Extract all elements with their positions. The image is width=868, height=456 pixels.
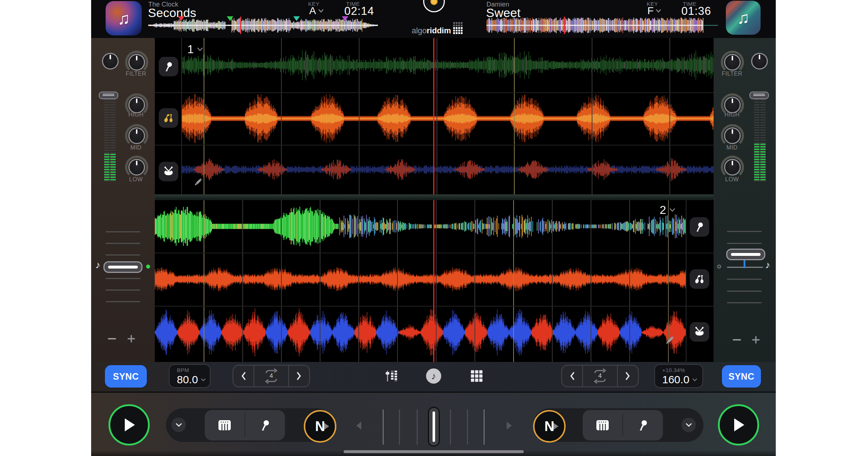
bpm-label: BPM: [177, 367, 210, 373]
deck1-pitch-fader[interactable]: [103, 261, 142, 273]
beatgrid-line: [281, 200, 282, 362]
microphone-icon: [259, 419, 271, 431]
deck2-low-knob[interactable]: [724, 159, 741, 176]
deck1-volume-fader[interactable]: [99, 92, 118, 99]
instruments-icon: [163, 112, 174, 124]
beatgrid-line: [629, 200, 630, 362]
deck1-fx-expand-button[interactable]: [171, 418, 186, 432]
deck1-drums-waveform[interactable]: [182, 145, 714, 194]
deck1-low-knob[interactable]: [128, 159, 145, 176]
keyboard-icon: [218, 419, 231, 431]
deck1-playhead: [433, 38, 434, 194]
transport-bar: N N: [91, 393, 776, 456]
deck1-number-dropdown[interactable]: 1: [187, 43, 203, 56]
deck1-neural-mix-button[interactable]: N: [304, 410, 336, 443]
pitch-note-icon: ♪: [95, 259, 101, 271]
apps-grid-button[interactable]: [470, 370, 483, 384]
zoom-out-button[interactable]: [108, 338, 116, 339]
deck2-mic-button[interactable]: [623, 410, 663, 440]
crossfader-right-arrow[interactable]: [507, 422, 512, 430]
pitch-tick: [727, 302, 762, 303]
deck1-mic-button[interactable]: [245, 410, 285, 440]
deck2-keyboard-button[interactable]: [583, 410, 622, 440]
deck1-keyboard-button[interactable]: [205, 410, 244, 440]
deck2-level-meter-left: [754, 99, 760, 182]
crossfader-left-arrow[interactable]: [356, 422, 361, 430]
loop-halve-button[interactable]: [562, 366, 582, 387]
high-label: HIGH: [724, 111, 740, 118]
deck2-fx-expand-button[interactable]: [681, 418, 696, 432]
loop-toggle-button[interactable]: 4: [582, 366, 618, 387]
loop-double-button[interactable]: [289, 366, 309, 387]
deck2-overview-waveform[interactable]: [486, 17, 718, 34]
pitch-tick: [106, 243, 140, 244]
zoom-in-button[interactable]: [752, 335, 760, 346]
music-note-icon: ♫: [118, 9, 130, 28]
deck1-vocals-stem-button[interactable]: [159, 57, 178, 76]
deck2-number-dropdown[interactable]: 2: [660, 203, 675, 217]
deck1-album-art[interactable]: ♫: [106, 1, 142, 35]
loop-double-button[interactable]: [618, 366, 638, 387]
deck1-vocals-waveform[interactable]: [182, 38, 714, 92]
pitch-tick: [727, 291, 762, 292]
deck2-volume-fader[interactable]: [749, 92, 769, 99]
deck2-drums-stem-button[interactable]: [690, 322, 709, 342]
deck1-key-value[interactable]: A: [309, 5, 324, 17]
chevron-down-icon: [692, 378, 697, 381]
cue-marker-purple: [342, 16, 348, 21]
deck2-neural-mix-button[interactable]: N: [533, 410, 566, 443]
deck1-mid-knob[interactable]: [128, 127, 145, 144]
chevron-left-icon: [241, 372, 246, 380]
loop-toggle-button[interactable]: 4: [254, 366, 289, 387]
deck2-bpm-dropdown[interactable]: +10.34% 160.0: [654, 364, 703, 388]
deck1-gain-knob[interactable]: [102, 53, 119, 69]
zoom-out-button[interactable]: [733, 339, 741, 341]
edit-pencil-icon[interactable]: [193, 177, 203, 187]
horizontal-scrollbar[interactable]: [344, 450, 524, 453]
algoriddim-logo: algoriddim: [397, 26, 451, 35]
pitch-tick: [106, 254, 140, 256]
deck2-filter-knob[interactable]: [724, 54, 741, 71]
record-button[interactable]: [423, 0, 445, 12]
beatgrid-line: [552, 200, 553, 362]
microphone-icon: [637, 419, 649, 431]
beatgrid-line-yellow: [204, 38, 204, 194]
deck2-gain-knob[interactable]: [751, 53, 768, 69]
deck2-vocals-waveform[interactable]: [155, 200, 686, 253]
deck2-tool-group: [583, 410, 663, 440]
deck-separator-strip: [155, 194, 714, 200]
deck1-instruments-waveform[interactable]: [182, 92, 714, 145]
keyboard-icon: [596, 419, 609, 431]
zoom-in-button[interactable]: [127, 334, 136, 345]
deck1-sync-button[interactable]: SYNC: [105, 365, 147, 388]
deck1-high-knob[interactable]: [128, 97, 145, 113]
deck2-high-knob[interactable]: [724, 97, 741, 113]
deck2-instruments-waveform[interactable]: [155, 253, 686, 306]
deck2-play-button[interactable]: [718, 404, 759, 446]
crossfader-tick: [417, 409, 418, 445]
crossfader-handle[interactable]: [428, 407, 440, 447]
chevron-right-icon: [297, 372, 302, 380]
library-music-button[interactable]: ♪: [426, 368, 441, 384]
deck2-instruments-stem-button[interactable]: [690, 269, 709, 289]
deck1-instruments-stem-button[interactable]: [159, 108, 178, 128]
loop-length-value: 4: [598, 372, 601, 380]
beatgrid-line: [436, 200, 437, 362]
chevron-down-icon: [197, 47, 203, 51]
chevron-down-icon: [669, 208, 675, 212]
deck1-drums-stem-button[interactable]: [159, 162, 178, 181]
chevron-down-icon: [318, 9, 324, 13]
deck2-mid-knob[interactable]: [724, 127, 741, 144]
deck2-vocals-stem-button[interactable]: [690, 217, 709, 237]
deck2-pitch-fader[interactable]: [726, 249, 765, 260]
deck2-album-art[interactable]: ♫: [726, 1, 761, 35]
loop-halve-button[interactable]: [233, 366, 254, 387]
deck1-bpm-dropdown[interactable]: BPM 80.0: [169, 364, 210, 388]
edit-pencil-icon[interactable]: [664, 335, 675, 346]
deck1-filter-knob[interactable]: [128, 54, 145, 71]
deck2-sync-button[interactable]: SYNC: [722, 365, 761, 388]
deck1-play-button[interactable]: [109, 404, 150, 446]
mixer-view-button[interactable]: [385, 369, 399, 384]
deck2-key-value[interactable]: F: [647, 5, 661, 17]
deck2-drums-waveform[interactable]: [155, 306, 686, 359]
